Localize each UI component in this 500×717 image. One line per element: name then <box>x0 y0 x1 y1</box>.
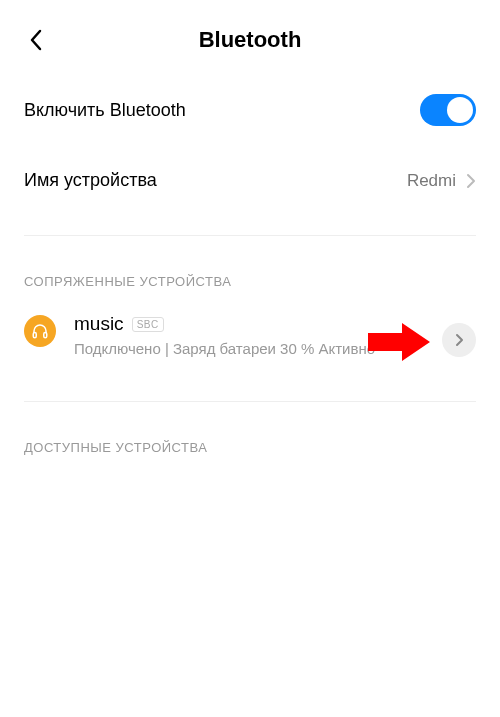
chevron-left-icon <box>29 29 43 51</box>
device-name-row[interactable]: Имя устройства Redmi <box>24 148 476 213</box>
headphones-icon <box>24 315 56 347</box>
paired-section-title: СОПРЯЖЕННЫЕ УСТРОЙСТВА <box>24 236 476 313</box>
codec-badge: SBC <box>132 317 164 332</box>
svg-rect-1 <box>44 333 47 338</box>
device-name-value-group[interactable]: Redmi <box>407 171 476 191</box>
device-details-button[interactable] <box>442 323 476 357</box>
device-name: music <box>74 313 124 335</box>
chevron-right-icon <box>455 333 464 347</box>
chevron-right-icon <box>466 173 476 189</box>
bluetooth-toggle[interactable] <box>420 94 476 126</box>
available-section-title: ДОСТУПНЫЕ УСТРОЙСТВА <box>24 402 476 479</box>
device-status: Подключено | Заряд батареи 30 % Активно <box>74 339 424 359</box>
back-button[interactable] <box>24 28 48 52</box>
page-title: Bluetooth <box>0 27 500 53</box>
enable-bluetooth-row[interactable]: Включить Bluetooth <box>24 72 476 148</box>
toggle-knob <box>447 97 473 123</box>
headphones-glyph <box>31 322 49 340</box>
paired-device-row[interactable]: music SBC Подключено | Заряд батареи 30 … <box>24 313 476 379</box>
device-name-value: Redmi <box>407 171 456 191</box>
svg-rect-0 <box>33 333 36 338</box>
device-info: music SBC Подключено | Заряд батареи 30 … <box>74 313 424 359</box>
enable-bluetooth-label: Включить Bluetooth <box>24 100 186 121</box>
device-name-label: Имя устройства <box>24 170 157 191</box>
